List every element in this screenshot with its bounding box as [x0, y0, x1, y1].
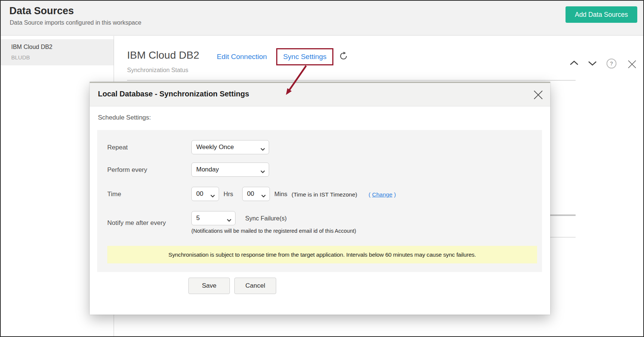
- synchronization-status-label: Synchronization Status: [127, 67, 188, 74]
- page-header: Data Sources Data Source imports configu…: [1, 1, 643, 35]
- svg-text:?: ?: [610, 61, 613, 67]
- chevron-up-icon[interactable]: [569, 60, 579, 67]
- hours-select[interactable]: 00: [191, 187, 219, 201]
- repeat-label: Repeat: [107, 144, 128, 151]
- chevron-down-icon: [261, 192, 266, 199]
- perform-every-select-value: Monday: [196, 163, 219, 176]
- chevron-down-icon: [210, 192, 215, 199]
- change-open-paren: (: [369, 191, 370, 198]
- change-timezone-link[interactable]: ( Change ): [369, 191, 396, 198]
- sidebar-item-ibm-cloud-db2[interactable]: IBM Cloud DB2 BLUDB: [1, 39, 114, 65]
- hours-unit-label: Hrs: [224, 191, 233, 198]
- help-icon[interactable]: ?: [606, 58, 617, 70]
- chevron-down-icon: [260, 168, 265, 175]
- minutes-unit-label: Mins: [274, 191, 287, 198]
- sync-settings-link[interactable]: Sync Settings: [277, 49, 332, 64]
- edit-connection-link[interactable]: Edit Connection: [217, 53, 267, 61]
- time-label: Time: [107, 191, 121, 198]
- cancel-button[interactable]: Cancel: [234, 278, 276, 294]
- chevron-down-icon[interactable]: [588, 61, 597, 68]
- sync-failures-select-value: 5: [196, 211, 200, 225]
- status-panel-top-border: [127, 80, 576, 81]
- page-title: Data Sources: [9, 5, 74, 17]
- datasource-title: IBM Cloud DB2: [127, 49, 199, 61]
- sync-failures-unit-label: Sync Failure(s): [245, 215, 287, 222]
- minutes-select-value: 00: [247, 187, 254, 201]
- repeat-select-value: Weekly Once: [196, 140, 234, 154]
- refresh-icon[interactable]: [339, 52, 348, 61]
- change-link-text: Change: [372, 191, 392, 198]
- background-separator-line: [546, 214, 576, 216]
- close-panel-icon[interactable]: [627, 59, 637, 71]
- hours-select-value: 00: [196, 187, 203, 201]
- perform-every-label: Perform every: [107, 166, 147, 174]
- sync-failures-select[interactable]: 5: [191, 211, 235, 225]
- change-close-paren: ): [394, 191, 396, 198]
- sidebar-item-database: BLUDB: [11, 54, 30, 61]
- schedule-settings-panel: Repeat Weekly Once Perform every Monday …: [97, 130, 542, 272]
- dialog-title: Local Database - Synchronization Setting…: [98, 90, 249, 98]
- perform-every-select[interactable]: Monday: [191, 163, 269, 177]
- sync-warning-banner: Synchronisation is subject to response t…: [107, 246, 537, 263]
- dialog-close-icon[interactable]: [533, 89, 544, 101]
- page-subtitle: Data Source imports configured in this w…: [10, 19, 141, 26]
- notifications-note: (Notifications will be mailed to the reg…: [191, 228, 356, 234]
- chevron-down-icon: [260, 146, 265, 152]
- save-button[interactable]: Save: [188, 278, 230, 294]
- notify-label: Notify me after every: [107, 219, 166, 227]
- sync-settings-annotation-box: Sync Settings: [276, 48, 333, 65]
- dialog-header: Local Database - Synchronization Setting…: [90, 83, 550, 106]
- app-window: Data Sources Data Source imports configu…: [0, 0, 644, 337]
- repeat-select[interactable]: Weekly Once: [191, 140, 269, 154]
- chevron-down-icon: [227, 217, 232, 223]
- timezone-note: (Time is in IST Timezone): [292, 191, 357, 198]
- schedule-settings-label: Schedule Settings:: [98, 114, 151, 121]
- sync-settings-dialog: Local Database - Synchronization Setting…: [90, 82, 550, 315]
- sidebar-item-name: IBM Cloud DB2: [11, 44, 52, 50]
- minutes-select[interactable]: 00: [242, 187, 270, 201]
- add-data-sources-button[interactable]: Add Data Sources: [566, 6, 637, 23]
- background-separator-line: [546, 237, 576, 238]
